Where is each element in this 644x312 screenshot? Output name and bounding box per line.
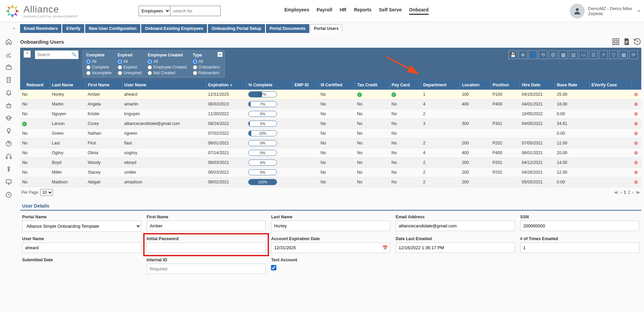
col-pay-card[interactable]: Pay Card	[389, 80, 421, 90]
bell-icon[interactable]	[5, 89, 12, 96]
email-icon[interactable]: @	[549, 50, 557, 59]
lightbulb-icon[interactable]	[5, 128, 12, 134]
person-icon[interactable]	[5, 166, 12, 173]
col-position[interactable]: Position	[490, 80, 520, 90]
filter-type-onboarders[interactable]: Onboarders	[193, 65, 220, 70]
table-icon[interactable]: ▦	[619, 50, 628, 59]
nav-selfserve[interactable]: Self Serve	[379, 7, 402, 15]
filter-complete-all[interactable]: All	[86, 59, 112, 64]
search-input[interactable]	[170, 6, 221, 16]
user-add-icon[interactable]: 👤	[529, 50, 537, 59]
portal-name-select[interactable]: Alliance Simple Onboarding Template	[22, 221, 141, 232]
filter-type-all[interactable]: All	[193, 59, 220, 64]
filter-complete-incomplete[interactable]: Incomplete	[86, 71, 112, 75]
col-last-name[interactable]: Last Name	[50, 80, 86, 90]
test-acct-checkbox[interactable]	[271, 265, 276, 270]
tab-onboard-existing[interactable]: Onboard Existing Employees	[141, 24, 207, 33]
filter-empcreated-created[interactable]: Employee Created	[148, 65, 186, 70]
last-name-input[interactable]	[271, 221, 390, 231]
col-i9-certified[interactable]: I9 Certified	[319, 80, 355, 90]
pager-prev-icon[interactable]: ‹	[621, 190, 622, 195]
sidebar-expand-icon[interactable]: »	[13, 26, 15, 31]
col-[interactable]	[631, 80, 641, 90]
per-page-select[interactable]: 10	[40, 189, 53, 196]
reload-icon[interactable]: ⟳	[629, 50, 638, 59]
delete-icon[interactable]: ⊗	[631, 109, 641, 119]
filter-type-reboarders[interactable]: Reboarders	[193, 71, 220, 75]
add-icon[interactable]: ⊕	[519, 50, 527, 59]
acct-exp-input[interactable]	[271, 242, 390, 253]
table-row[interactable]: NoHurleyAmberaheard12/31/202547%No✓✓1100…	[20, 90, 641, 99]
col--complete[interactable]: % Complete	[246, 80, 292, 90]
col-hire-date[interactable]: Hire Date	[520, 80, 555, 90]
tab-portal-users[interactable]: Portal Users	[310, 24, 342, 33]
delete-icon[interactable]: ⊗	[631, 119, 641, 129]
close-filter-icon[interactable]: ✕	[218, 52, 222, 57]
nav-hr[interactable]: HR	[340, 7, 346, 15]
chart-icon[interactable]	[5, 51, 12, 58]
col-reboard[interactable]: Reboard	[20, 80, 50, 90]
folder-icon[interactable]: ▭	[579, 50, 588, 59]
tab-new-user-config[interactable]: New User Configuration	[85, 24, 140, 33]
col-tax-credit[interactable]: Tax Credit	[355, 80, 390, 90]
user-menu[interactable]: DemoMZ - Demo Mike Zepeda ▾	[570, 4, 640, 18]
home-icon[interactable]	[5, 38, 12, 45]
history-icon[interactable]	[633, 38, 641, 46]
nav-onboard[interactable]: Onboard	[409, 7, 429, 15]
table-row[interactable]: NoLastFirstflast08/01/20210%NoNoNo2200P2…	[20, 138, 641, 148]
col-department[interactable]: Department	[421, 80, 460, 90]
delete-icon[interactable]: ⊗	[631, 138, 641, 148]
pager-last-icon[interactable]: ≫	[636, 190, 640, 195]
table-row[interactable]: NoMillerStaceysmiller06/03/20210%NoNoNo2…	[20, 168, 641, 177]
delete-icon[interactable]: ⊗	[631, 99, 641, 109]
delete-icon[interactable]: ⊗	[631, 129, 641, 138]
save-icon[interactable]: 💾	[508, 50, 517, 59]
filter-expired-unexpired[interactable]: Unexpired	[118, 71, 142, 75]
col-user-name[interactable]: User Name	[122, 80, 206, 90]
nav-payroll[interactable]: Payroll	[317, 7, 332, 15]
table-row[interactable]: NoBoydWoodywboyd06/03/20210%NoNoNo2200P2…	[20, 158, 641, 168]
document-icon[interactable]	[623, 38, 631, 46]
filter-complete-complete[interactable]: Complete	[86, 65, 112, 70]
user-name-input[interactable]	[22, 242, 141, 253]
internal-id-input[interactable]	[147, 264, 266, 274]
nav-employees[interactable]: Employees	[284, 7, 309, 15]
col-base-rate[interactable]: Base Rate	[555, 80, 589, 90]
delete-icon[interactable]: ⊗	[631, 158, 641, 168]
table-row[interactable]: NoMartinAngelaamartin06/03/20237%NoNoNo4…	[20, 99, 641, 109]
monitor-icon[interactable]	[5, 179, 12, 185]
pager-first-icon[interactable]: ≪	[614, 190, 619, 195]
nav-reports[interactable]: Reports	[354, 7, 372, 15]
col-first-name[interactable]: First Name	[86, 80, 122, 90]
building-icon[interactable]	[5, 77, 12, 83]
filter-expired-all[interactable]: All	[118, 59, 142, 64]
filter-expired-expired[interactable]: Expired	[118, 65, 142, 70]
col-location[interactable]: Location	[460, 80, 490, 90]
col-expiration[interactable]: Expiration	[206, 80, 246, 90]
table-row[interactable]: NoGreenNathanngreen07/02/202210%NoNoNo0.…	[20, 129, 641, 138]
first-name-input[interactable]	[147, 221, 266, 231]
tab-email-reminders[interactable]: Email Reminders	[20, 24, 61, 33]
export-icon[interactable]: ↗	[599, 50, 608, 59]
refresh-history-icon[interactable]: ⟲	[539, 50, 547, 59]
filter-icon[interactable]: ▽	[609, 50, 618, 59]
help-icon[interactable]	[5, 140, 12, 147]
tab-portal-docs[interactable]: Portal Documents	[266, 24, 309, 33]
initial-password-input[interactable]	[147, 242, 266, 253]
filter-empcreated-notcreated[interactable]: Not Created	[148, 71, 186, 75]
ssn-input[interactable]	[520, 221, 639, 231]
list-icon[interactable]: ☰	[589, 50, 598, 59]
export-pdf-icon[interactable]: ▦	[559, 50, 568, 59]
briefcase-icon[interactable]	[5, 64, 12, 71]
col-everify-case[interactable]: EVerify Case	[589, 80, 631, 90]
basket-icon[interactable]	[5, 102, 12, 109]
grid-view-icon[interactable]	[612, 38, 620, 46]
table-row[interactable]: NoOgilvyOliviaoogilvy07/14/20210%NoNoNo4…	[20, 148, 641, 158]
delete-icon[interactable]: ⊗	[631, 148, 641, 158]
delete-icon[interactable]: ⊗	[631, 168, 641, 177]
times-emailed-input[interactable]	[520, 242, 639, 253]
collapse-filter-icon[interactable]: ⌃	[23, 50, 31, 58]
export-doc-icon[interactable]: ▥	[569, 50, 578, 59]
pager-next-icon[interactable]: ›	[632, 190, 634, 195]
search-scope-select[interactable]: Employees	[139, 6, 170, 16]
